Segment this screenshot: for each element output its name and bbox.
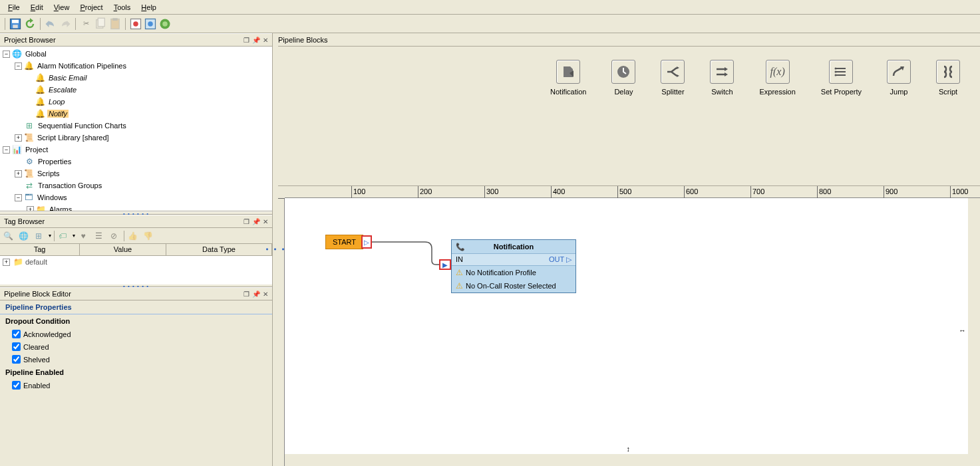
thumbdown-icon[interactable]: 👎 — [142, 231, 153, 241]
panel-close-icon[interactable]: ✕ — [263, 37, 268, 44]
undo-icon[interactable] — [44, 17, 57, 31]
pipeline-editor: Pipeline Properties Dropout Condition Ac… — [0, 300, 272, 466]
expand-icon[interactable]: + — [15, 134, 22, 142]
palette-setprop[interactable]: Set Property — [821, 60, 862, 96]
notification-block[interactable]: 📞Notification INOUT ▷ ⚠No Notification P… — [451, 239, 576, 293]
stop-icon[interactable]: ⊘ — [108, 231, 119, 241]
tool-icon-1[interactable] — [129, 17, 142, 31]
panel-close-icon[interactable]: ✕ — [263, 218, 268, 225]
save-icon[interactable] — [9, 17, 22, 31]
globe-icon: 🌐 — [11, 49, 22, 59]
tag-icon[interactable]: 🏷 — [57, 231, 68, 241]
delay-icon — [611, 60, 635, 84]
tree-global[interactable]: Global — [24, 50, 48, 58]
bell-icon: 🔔 — [35, 108, 45, 119]
paste-icon[interactable] — [108, 17, 122, 31]
thumbup-icon[interactable]: 👍 — [127, 231, 138, 241]
ack-label: Acknowledged — [23, 330, 71, 338]
resize-handle-h[interactable]: ↔ — [959, 326, 968, 336]
tree-basic-email[interactable]: Basic Email — [47, 74, 88, 82]
menu-project[interactable]: Project — [75, 1, 108, 13]
menu-view[interactable]: View — [49, 1, 75, 13]
panel-restore-icon[interactable]: ❐ — [244, 37, 249, 44]
tree-txgroups[interactable]: Transaction Groups — [37, 181, 103, 189]
tree-sfc[interactable]: Sequential Function Charts — [37, 122, 128, 130]
panel-pin-icon[interactable]: 📌 — [252, 218, 260, 225]
resize-handle-v[interactable]: ↕ — [627, 445, 636, 454]
tag-col-value[interactable]: Value — [80, 244, 166, 255]
tool-icon-2[interactable] — [144, 17, 157, 31]
tree-alarm-pipelines[interactable]: Alarm Notification Pipelines — [36, 62, 128, 70]
tag-col-datatype[interactable]: Data Type — [166, 244, 272, 255]
tree-alarms[interactable]: Alarms — [48, 205, 73, 211]
project-tree[interactable]: −🌐Global −🔔Alarm Notification Pipelines … — [0, 47, 272, 211]
tool-icon-3[interactable] — [158, 17, 172, 31]
tree-loop[interactable]: Loop — [47, 98, 66, 106]
palette-script[interactable]: Script — [936, 60, 960, 96]
tree-project[interactable]: Project — [24, 146, 49, 154]
panel-restore-icon[interactable]: ❐ — [244, 218, 249, 225]
enabled-checkbox[interactable] — [12, 381, 21, 390]
tag-grid[interactable]: Tag Value Data Type +📁default — [0, 244, 272, 284]
binoculars-icon[interactable]: 🔍 — [3, 231, 13, 241]
design-canvas[interactable]: START ▷ ▶ 📞Notification INOUT ▷ ⚠No Noti… — [285, 198, 968, 454]
menu-help[interactable]: Help — [136, 1, 162, 13]
project-browser-header: Project Browser ❐ 📌 ✕ — [0, 33, 272, 47]
refresh-icon[interactable] — [23, 17, 37, 31]
out-port[interactable]: OUT ▷ — [549, 255, 572, 264]
palette-expression[interactable]: f(x) Expression — [759, 60, 795, 96]
shelved-checkbox[interactable] — [12, 355, 21, 364]
cleared-checkbox[interactable] — [12, 342, 21, 351]
palette-jump[interactable]: Jump — [887, 60, 911, 96]
palette-notification[interactable]: Notification — [550, 60, 586, 96]
splitter-icon — [661, 60, 685, 84]
expand-icon[interactable]: − — [15, 194, 22, 201]
panel-pin-icon[interactable]: 📌 — [252, 37, 260, 44]
tree-scripts[interactable]: Scripts — [36, 170, 61, 177]
project-icon: 📊 — [11, 144, 22, 155]
palette-switch[interactable]: Switch — [710, 60, 734, 96]
panel-close-icon[interactable]: ✕ — [263, 291, 268, 298]
expand-icon[interactable]: − — [3, 51, 10, 58]
expand-icon[interactable]: + — [15, 170, 22, 177]
notification-icon: 📞 — [456, 243, 465, 251]
start-out-port[interactable]: ▷ — [361, 235, 372, 249]
redo-icon[interactable] — [59, 17, 72, 31]
menu-tools[interactable]: Tools — [108, 1, 136, 13]
tree-escalate[interactable]: Escalate — [47, 86, 78, 94]
svg-rect-6 — [112, 18, 118, 21]
globe-icon[interactable]: 🌐 — [18, 231, 29, 241]
start-block[interactable]: START — [325, 235, 363, 249]
svg-rect-4 — [98, 18, 104, 27]
tag-col-tag[interactable]: Tag — [0, 244, 80, 255]
bell-icon: 🔔 — [23, 60, 34, 71]
grid-icon[interactable]: ⊞ — [33, 231, 44, 241]
tag-browser-header: Tag Browser ❐📌✕ — [0, 215, 272, 228]
cut-icon[interactable]: ✂ — [79, 17, 92, 31]
expand-icon[interactable]: − — [15, 62, 22, 70]
main-toolbar: ✂ — [0, 15, 980, 33]
menu-file[interactable]: FFileile — [3, 1, 25, 13]
ack-checkbox[interactable] — [12, 330, 21, 338]
tree-properties[interactable]: Properties — [37, 158, 73, 166]
notification-icon — [556, 60, 580, 84]
shelved-label: Shelved — [23, 356, 50, 364]
tag-row[interactable]: +📁default — [0, 256, 272, 268]
dock-collapse-bar[interactable]: ••• — [273, 33, 278, 466]
panel-pin-icon[interactable]: 📌 — [252, 291, 260, 298]
tree-notify[interactable]: Notify — [47, 110, 69, 118]
expand-icon[interactable]: − — [3, 146, 10, 154]
pipeline-blocks-title: Pipeline Blocks — [278, 36, 328, 44]
tree-scriptlib[interactable]: Script Library [shared] — [36, 134, 110, 142]
expand-icon[interactable]: + — [27, 206, 34, 212]
palette-splitter[interactable]: Splitter — [661, 60, 685, 96]
notification-in-port[interactable]: ▶ — [439, 259, 451, 270]
palette-delay[interactable]: Delay — [611, 60, 635, 96]
menu-edit[interactable]: Edit — [25, 1, 49, 13]
heart-icon[interactable]: ♥ — [78, 231, 88, 241]
list-icon[interactable]: ☰ — [93, 231, 104, 241]
tree-windows[interactable]: Windows — [36, 193, 69, 201]
copy-icon[interactable] — [94, 17, 107, 31]
panel-restore-icon[interactable]: ❐ — [244, 291, 249, 298]
folder-icon: 📁 — [13, 257, 23, 267]
